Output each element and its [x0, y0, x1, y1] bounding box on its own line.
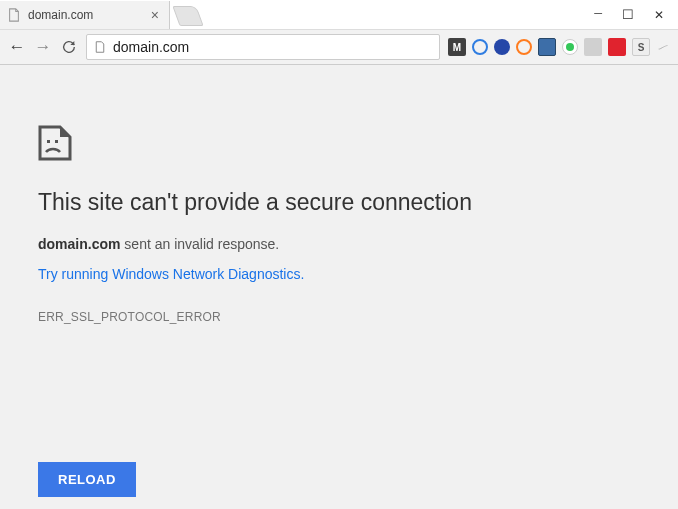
extension-icon[interactable]: [494, 39, 510, 55]
error-page: This site can't provide a secure connect…: [0, 65, 678, 324]
error-host: domain.com: [38, 236, 120, 252]
svg-rect-0: [47, 140, 50, 143]
new-tab-button[interactable]: [172, 6, 203, 26]
maximize-icon[interactable]: [622, 7, 634, 22]
tab-title: domain.com: [28, 8, 143, 22]
address-bar[interactable]: [86, 34, 440, 60]
toolbar: ← → M S ⟋: [0, 29, 678, 65]
extension-icon[interactable]: [538, 38, 556, 56]
extension-row: M S ⟋: [448, 38, 670, 56]
forward-button[interactable]: →: [34, 37, 52, 57]
titlebar: domain.com ×: [0, 0, 678, 29]
extension-icon[interactable]: [472, 39, 488, 55]
sad-page-icon: [38, 125, 678, 165]
extension-icon[interactable]: [516, 39, 532, 55]
extension-icon[interactable]: M: [448, 38, 466, 56]
window-controls: [594, 0, 678, 29]
back-button[interactable]: ←: [8, 37, 26, 57]
close-window-icon[interactable]: [654, 8, 664, 22]
url-input[interactable]: [113, 39, 433, 55]
browser-tab[interactable]: domain.com ×: [0, 1, 170, 29]
error-heading: This site can't provide a secure connect…: [38, 189, 678, 216]
reload-page-button[interactable]: RELOAD: [38, 462, 136, 497]
file-icon: [6, 7, 22, 23]
error-host-suffix: sent an invalid response.: [120, 236, 279, 252]
svg-rect-1: [55, 140, 58, 143]
extension-icon[interactable]: [562, 39, 578, 55]
minimize-icon[interactable]: [594, 9, 602, 21]
extension-icon[interactable]: [584, 38, 602, 56]
close-tab-icon[interactable]: ×: [149, 7, 161, 23]
diagnostics-link[interactable]: Try running Windows Network Diagnostics.: [38, 266, 678, 282]
file-icon: [93, 40, 107, 54]
extension-icon[interactable]: [608, 38, 626, 56]
error-message: domain.com sent an invalid response.: [38, 236, 678, 252]
extension-icon[interactable]: S: [632, 38, 650, 56]
chevron-icon[interactable]: ⟋: [654, 37, 673, 57]
reload-button[interactable]: [60, 39, 78, 55]
error-code: ERR_SSL_PROTOCOL_ERROR: [38, 310, 678, 324]
